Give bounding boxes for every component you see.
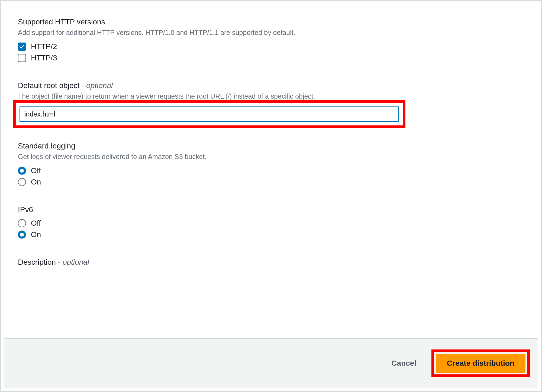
default-root-title: Default root object - optional xyxy=(18,81,524,90)
http3-label: HTTP/3 xyxy=(31,54,57,62)
ipv6-off-row[interactable]: Off xyxy=(18,219,524,228)
ipv6-section: IPv6 Off On xyxy=(18,205,524,239)
check-icon xyxy=(19,44,25,49)
page-frame: Supported HTTP versions Add support for … xyxy=(0,0,542,392)
http-versions-desc: Add support for additional HTTP versions… xyxy=(18,28,524,37)
default-root-input[interactable] xyxy=(20,106,399,122)
default-root-desc: The object (file name) to return when a … xyxy=(18,92,524,101)
logging-on-label: On xyxy=(31,178,41,186)
ipv6-off-radio[interactable] xyxy=(18,219,26,227)
optional-label: - optional xyxy=(56,258,89,266)
ipv6-title: IPv6 xyxy=(18,205,524,214)
http2-checkbox-row[interactable]: HTTP/2 xyxy=(18,42,524,51)
cancel-button[interactable]: Cancel xyxy=(390,359,418,368)
http3-checkbox-row[interactable]: HTTP/3 xyxy=(18,54,524,62)
http2-label: HTTP/2 xyxy=(31,42,57,51)
ipv6-on-row[interactable]: On xyxy=(18,230,524,239)
footer-bar: Cancel Create distribution xyxy=(4,338,538,388)
description-title: Description - optional xyxy=(18,258,524,267)
logging-desc: Get logs of viewer requests delivered to… xyxy=(18,152,524,161)
default-root-highlight xyxy=(13,100,405,128)
form-panel: Supported HTTP versions Add support for … xyxy=(4,4,538,335)
logging-on-radio[interactable] xyxy=(18,178,26,186)
description-input[interactable] xyxy=(18,271,397,286)
description-section: Description - optional xyxy=(18,258,524,286)
http2-checkbox[interactable] xyxy=(18,43,26,51)
logging-off-row[interactable]: Off xyxy=(18,166,524,175)
create-highlight: Create distribution xyxy=(431,349,530,377)
description-title-text: Description xyxy=(18,258,56,266)
http-versions-title: Supported HTTP versions xyxy=(18,18,524,26)
logging-off-radio[interactable] xyxy=(18,167,26,175)
http3-checkbox[interactable] xyxy=(18,54,26,62)
ipv6-on-label: On xyxy=(31,230,41,239)
create-distribution-button[interactable]: Create distribution xyxy=(436,354,525,373)
default-root-section: Default root object - optional The objec… xyxy=(18,81,524,128)
logging-section: Standard logging Get logs of viewer requ… xyxy=(18,142,524,186)
http-versions-section: Supported HTTP versions Add support for … xyxy=(18,18,524,62)
ipv6-off-label: Off xyxy=(31,219,41,228)
optional-label: - optional xyxy=(79,81,113,90)
logging-off-label: Off xyxy=(31,166,41,175)
default-root-title-text: Default root object xyxy=(18,81,79,90)
logging-title: Standard logging xyxy=(18,142,524,150)
ipv6-on-radio[interactable] xyxy=(18,231,26,239)
logging-on-row[interactable]: On xyxy=(18,178,524,186)
